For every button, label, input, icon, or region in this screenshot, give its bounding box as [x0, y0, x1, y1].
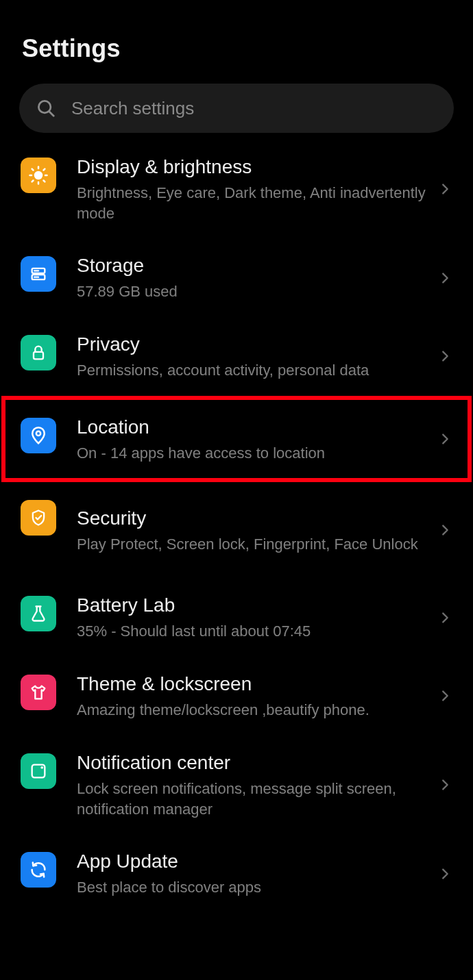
settings-item-title: Storage: [77, 253, 429, 277]
lock-icon: [21, 335, 56, 370]
settings-item-subtitle: Brightness, Eye care, Dark theme, Anti i…: [77, 183, 429, 223]
svg-rect-15: [34, 352, 43, 360]
settings-item-subtitle: 57.89 GB used: [77, 281, 429, 302]
refresh-icon: [21, 852, 56, 888]
settings-item-title: Privacy: [77, 332, 429, 356]
settings-item-subtitle: Best place to discover apps: [77, 877, 429, 898]
settings-item-location[interactable]: Location On - 14 apps have access to loc…: [19, 400, 454, 479]
settings-item-title: Theme & lockscreen: [77, 672, 429, 696]
search-bar[interactable]: Search settings: [19, 84, 454, 133]
svg-point-2: [35, 172, 42, 179]
chevron-right-icon: [437, 688, 452, 703]
svg-line-1: [49, 112, 53, 116]
settings-item-title: Display & brightness: [77, 155, 429, 179]
settings-item-title: Notification center: [77, 751, 429, 775]
settings-item-text: Storage 57.89 GB used: [56, 253, 437, 302]
svg-line-10: [44, 169, 45, 171]
settings-item-subtitle: Play Protect, Screen lock, Fingerprint, …: [77, 534, 429, 555]
settings-item-text: Display & brightness Brightness, Eye car…: [56, 155, 437, 223]
square-dot-icon: [21, 753, 56, 789]
settings-item-theme[interactable]: Theme & lockscreen Amazing theme/lockscr…: [19, 657, 454, 736]
svg-line-7: [32, 169, 34, 171]
settings-item-title: Location: [77, 415, 429, 439]
settings-item-title: Security: [77, 506, 429, 530]
settings-item-title: Battery Lab: [77, 593, 429, 617]
chevron-right-icon: [437, 610, 452, 625]
tshirt-icon: [21, 675, 56, 710]
settings-item-display[interactable]: Display & brightness Brightness, Eye car…: [19, 140, 454, 238]
svg-line-8: [44, 181, 45, 182]
settings-item-text: App Update Best place to discover apps: [56, 849, 437, 898]
search-icon: [36, 98, 56, 118]
settings-item-storage[interactable]: Storage 57.89 GB used: [19, 238, 454, 317]
page-title: Settings: [19, 0, 454, 84]
highlight-annotation: Location On - 14 apps have access to loc…: [1, 396, 472, 483]
settings-item-text: Notification center Lock screen notifica…: [56, 751, 437, 819]
chevron-right-icon: [437, 349, 452, 364]
settings-item-subtitle: Permissions, account activity, personal …: [77, 360, 429, 381]
svg-point-18: [40, 766, 43, 769]
settings-item-security[interactable]: Security Play Protect, Screen lock, Fing…: [19, 482, 454, 578]
settings-item-privacy[interactable]: Privacy Permissions, account activity, p…: [19, 317, 454, 396]
settings-item-battery[interactable]: Battery Lab 35% - Should last until abou…: [19, 578, 454, 657]
chevron-right-icon: [437, 181, 452, 197]
settings-item-text: Location On - 14 apps have access to loc…: [56, 415, 437, 464]
settings-item-subtitle: Lock screen notifications, message split…: [77, 779, 429, 819]
settings-item-text: Battery Lab 35% - Should last until abou…: [56, 593, 437, 642]
settings-item-subtitle: 35% - Should last until about 07:45: [77, 621, 429, 642]
shield-icon: [21, 500, 56, 536]
settings-screen: Settings Search settings Display & brigh…: [0, 0, 473, 927]
location-pin-icon: [21, 418, 56, 453]
svg-point-16: [36, 431, 40, 436]
settings-item-text: Security Play Protect, Screen lock, Fing…: [56, 506, 437, 555]
settings-item-subtitle: On - 14 apps have access to location: [77, 443, 429, 464]
chevron-right-icon: [437, 777, 452, 792]
settings-item-title: App Update: [77, 849, 429, 873]
chevron-right-icon: [437, 866, 452, 881]
settings-list: Display & brightness Brightness, Eye car…: [19, 140, 454, 913]
storage-icon: [21, 256, 56, 292]
chevron-right-icon: [437, 523, 452, 538]
sun-icon: [21, 158, 56, 193]
search-placeholder: Search settings: [71, 98, 194, 119]
flask-icon: [21, 596, 56, 631]
chevron-right-icon: [437, 271, 452, 286]
settings-item-text: Theme & lockscreen Amazing theme/lockscr…: [56, 672, 437, 720]
settings-item-notification[interactable]: Notification center Lock screen notifica…: [19, 736, 454, 834]
settings-item-text: Privacy Permissions, account activity, p…: [56, 332, 437, 381]
svg-line-9: [32, 181, 34, 182]
settings-item-subtitle: Amazing theme/lockscreen ,beautify phone…: [77, 700, 429, 720]
settings-item-appupdate[interactable]: App Update Best place to discover apps: [19, 834, 454, 913]
chevron-right-icon: [437, 431, 452, 447]
